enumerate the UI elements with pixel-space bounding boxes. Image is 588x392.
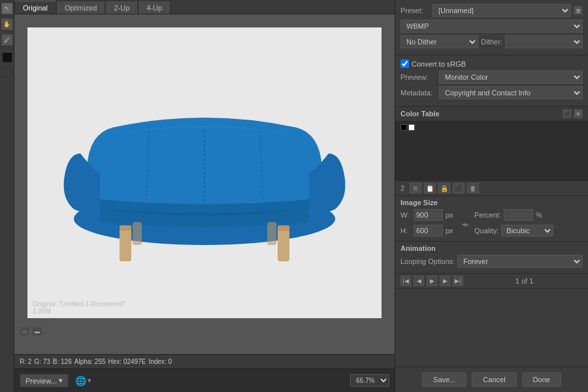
color-table-menu-icon[interactable]: ⬛ xyxy=(563,109,572,118)
b-value: B: 126 xyxy=(53,358,72,365)
index-value: Index: 0 xyxy=(148,358,172,365)
hex-value: Hex: 02497E xyxy=(108,358,146,365)
metadata-row: Metadata: Copyright and Contact Info xyxy=(400,86,583,99)
percent-unit: % xyxy=(536,211,546,219)
width-input[interactable] xyxy=(414,209,443,221)
color-swatch-black[interactable] xyxy=(400,124,407,131)
tools-panel: ↖ ✋ 🖊 xyxy=(0,0,14,392)
preview-label: Preview... xyxy=(25,377,57,385)
animation-title: Animation xyxy=(400,244,583,252)
percent-row: Percent: % xyxy=(474,209,553,221)
quality-label: Quality: xyxy=(474,227,498,235)
svg-rect-8 xyxy=(133,222,142,245)
ct-lock-btn[interactable]: 🔒 xyxy=(438,183,450,193)
svg-rect-9 xyxy=(267,222,276,245)
preset-select[interactable]: [Unnamed] xyxy=(433,4,571,17)
svg-rect-6 xyxy=(278,225,289,261)
color-swatch-white[interactable] xyxy=(3,68,12,77)
percent-input[interactable] xyxy=(504,209,533,221)
image-canvas xyxy=(27,27,382,318)
image-size-title: Image Size xyxy=(400,199,583,206)
last-frame-btn[interactable]: ▶| xyxy=(453,276,463,286)
srgb-row: Convert to sRGB xyxy=(400,59,583,68)
svg-rect-4 xyxy=(120,225,131,261)
link-icon: ⌁ xyxy=(461,216,469,232)
image-size: 2.06M xyxy=(33,308,125,315)
color-table-title: Color Table xyxy=(400,110,440,118)
color-table-toolbar: 2 ⎘ 📋 🔒 ⬛ 🗑 xyxy=(395,180,588,195)
svg-rect-7 xyxy=(278,225,289,231)
play-btn[interactable]: ▶ xyxy=(427,276,437,286)
right-panel: Preset: [Unnamed] ≡ WBMP No Dither xyxy=(395,0,588,392)
looping-select[interactable]: Forever xyxy=(457,255,583,268)
ct-copy-btn[interactable]: ⎘ xyxy=(410,183,421,193)
svg-rect-5 xyxy=(120,225,131,231)
eyedropper-tool[interactable]: 🖊 xyxy=(1,34,13,46)
next-frame-btn[interactable]: ▶ xyxy=(440,276,450,286)
alpha-value: Alpha: 255 xyxy=(74,358,106,365)
color-swatch-white-entry[interactable] xyxy=(408,124,415,131)
animation-section: Animation Looping Options: Forever xyxy=(395,242,588,274)
preview-select[interactable]: Monitor Color xyxy=(439,71,583,84)
color-table-swatches xyxy=(395,122,588,180)
color-swatch[interactable] xyxy=(2,52,12,63)
status-bar: R: 2 G: 73 B: 126 Alpha: 255 Hex: 02497E… xyxy=(14,354,395,368)
cancel-button[interactable]: Cancel xyxy=(472,372,516,387)
hand-tool[interactable]: ✋ xyxy=(1,18,13,30)
browser-chevron-icon: ▾ xyxy=(88,376,91,385)
no-dither-select[interactable]: No Dither xyxy=(400,35,478,48)
preset-section: Preset: [Unnamed] ≡ WBMP No Dither xyxy=(395,0,588,56)
percent-label: Percent: xyxy=(474,211,501,219)
height-input[interactable] xyxy=(414,225,443,237)
ct-delete-btn[interactable]: 🗑 xyxy=(467,183,479,193)
footer-buttons: Save... Cancel Done xyxy=(395,367,588,392)
toggle-view-btn1[interactable]: ▭ xyxy=(20,327,30,336)
srgb-section: Convert to sRGB Preview: Monitor Color M… xyxy=(395,56,588,106)
dither-row: No Dither Dither: xyxy=(400,35,583,48)
image-viewport: Original: "Untitled-1-Recovered" 2.06M ▭… xyxy=(14,14,395,354)
preview-label-right: Preview: xyxy=(400,73,436,81)
arrow-tool[interactable]: ↖ xyxy=(1,3,13,14)
canvas-area: Original Optimized 2-Up 4-Up xyxy=(14,0,395,392)
first-frame-btn[interactable]: |◀ xyxy=(400,276,411,286)
zoom-select[interactable]: 66.7% xyxy=(350,374,389,387)
ct-paste-btn[interactable]: 📋 xyxy=(424,183,436,193)
page-info: 1 of 1 xyxy=(466,277,583,285)
width-row: W: px xyxy=(400,209,456,221)
quality-row: Quality: Bicubic xyxy=(474,225,553,237)
ct-web-btn[interactable]: ⬛ xyxy=(453,183,465,193)
dither-label: Dither: xyxy=(481,38,502,46)
tabs-bar: Original Optimized 2-Up 4-Up xyxy=(14,0,395,14)
format-select[interactable]: WBMP xyxy=(400,20,583,33)
save-button[interactable]: Save... xyxy=(422,372,466,387)
done-button[interactable]: Done xyxy=(522,372,561,387)
view-controls: ▭ ▬ xyxy=(20,327,42,336)
srgb-label: Convert to sRGB xyxy=(412,60,466,68)
browser-icon: 🌐 xyxy=(75,376,86,386)
height-row: H: px xyxy=(400,225,456,237)
tab-4up[interactable]: 4-Up xyxy=(138,1,171,14)
toggle-view-btn2[interactable]: ▬ xyxy=(32,327,42,336)
tab-original[interactable]: Original xyxy=(14,1,56,14)
color-table-options-icon[interactable]: ≡ xyxy=(574,109,583,118)
metadata-select[interactable]: Copyright and Contact Info xyxy=(439,86,583,99)
preset-label: Preset: xyxy=(400,7,430,14)
format-row: WBMP xyxy=(400,20,583,33)
prev-frame-btn[interactable]: ◀ xyxy=(414,276,424,286)
quality-select[interactable]: Bicubic xyxy=(501,225,553,237)
image-name: Original: "Untitled-1-Recovered" xyxy=(33,301,125,308)
srgb-checkbox[interactable] xyxy=(400,59,409,68)
preview-button[interactable]: Preview... ▾ xyxy=(20,374,69,387)
w-label: W: xyxy=(400,211,411,219)
tab-2up[interactable]: 2-Up xyxy=(105,1,138,14)
dither-value-select[interactable] xyxy=(505,35,583,48)
g-value: G: 73 xyxy=(34,358,50,365)
image-size-section: Image Size W: px H: px xyxy=(395,196,588,242)
preview-row: Preview: Monitor Color xyxy=(400,71,583,84)
color-table-section: Color Table ⬛ ≡ 2 ⎘ 📋 xyxy=(395,106,588,196)
tab-optimized[interactable]: Optimized xyxy=(56,1,106,14)
preview-chevron-icon: ▾ xyxy=(59,376,63,385)
image-info: Original: "Untitled-1-Recovered" 2.06M xyxy=(33,301,125,315)
preset-menu-icon[interactable]: ≡ xyxy=(574,6,583,15)
h-unit: px xyxy=(446,227,456,235)
